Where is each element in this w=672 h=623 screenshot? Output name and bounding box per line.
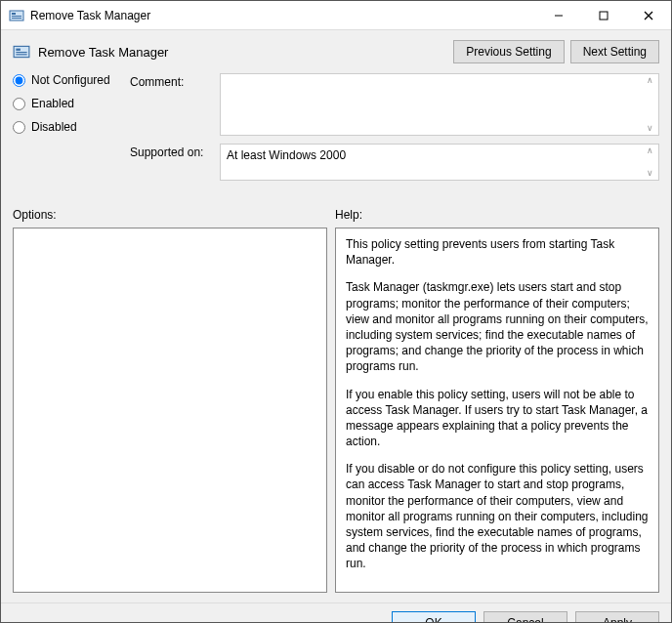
policy-app-icon bbox=[9, 8, 24, 23]
close-button[interactable] bbox=[626, 1, 671, 30]
svg-rect-10 bbox=[16, 52, 26, 53]
radio-label: Enabled bbox=[31, 97, 74, 110]
policy-title: Remove Task Manager bbox=[38, 45, 168, 60]
svg-rect-3 bbox=[12, 18, 21, 19]
supported-on-label: Supported on: bbox=[130, 144, 220, 159]
maximize-button[interactable] bbox=[581, 1, 626, 30]
radio-disabled[interactable]: Disabled bbox=[13, 120, 130, 134]
titlebar: Remove Task Manager bbox=[1, 1, 671, 30]
svg-rect-11 bbox=[16, 54, 26, 55]
lower-area: Options: Help: This policy setting preve… bbox=[1, 208, 671, 602]
scrollbar[interactable]: ∧∨ bbox=[643, 76, 656, 133]
apply-button[interactable]: Apply bbox=[575, 611, 659, 623]
svg-rect-5 bbox=[600, 12, 608, 20]
window-title: Remove Task Manager bbox=[30, 9, 150, 22]
policy-icon bbox=[13, 43, 30, 61]
scrollbar[interactable]: ∧∨ bbox=[643, 146, 656, 178]
radio-not-configured[interactable]: Not Configured bbox=[13, 73, 130, 87]
ok-button[interactable]: OK bbox=[392, 611, 476, 623]
options-label: Options: bbox=[13, 208, 335, 222]
help-paragraph: This policy setting prevents users from … bbox=[346, 236, 649, 268]
help-panel: This policy setting prevents users from … bbox=[335, 228, 659, 593]
svg-rect-9 bbox=[16, 49, 21, 51]
supported-on-value: At least Windows 2000 bbox=[227, 148, 346, 162]
help-paragraph: If you disable or do not configure this … bbox=[346, 461, 649, 571]
next-setting-button[interactable]: Next Setting bbox=[570, 40, 659, 63]
radio-label: Disabled bbox=[31, 120, 77, 134]
supported-on-field: At least Windows 2000 ∧∨ bbox=[220, 144, 659, 181]
help-paragraph: Task Manager (taskmgr.exe) lets users st… bbox=[346, 279, 649, 374]
svg-rect-1 bbox=[12, 13, 16, 15]
dialog-buttons: OK Cancel Apply bbox=[1, 602, 671, 623]
help-label: Help: bbox=[335, 208, 659, 222]
comment-label: Comment: bbox=[130, 73, 220, 89]
minimize-button[interactable] bbox=[536, 1, 581, 30]
help-paragraph: If you enable this policy setting, users… bbox=[346, 387, 649, 450]
svg-rect-2 bbox=[12, 16, 21, 17]
config-area: Not Configured Enabled Disabled Comment:… bbox=[1, 73, 671, 208]
options-panel bbox=[13, 228, 327, 593]
header: Remove Task Manager Previous Setting Nex… bbox=[1, 30, 671, 73]
radio-enabled[interactable]: Enabled bbox=[13, 97, 130, 110]
previous-setting-button[interactable]: Previous Setting bbox=[453, 40, 564, 63]
comment-textarea[interactable]: ∧∨ bbox=[220, 73, 659, 136]
radio-label: Not Configured bbox=[31, 73, 110, 87]
cancel-button[interactable]: Cancel bbox=[483, 611, 567, 623]
